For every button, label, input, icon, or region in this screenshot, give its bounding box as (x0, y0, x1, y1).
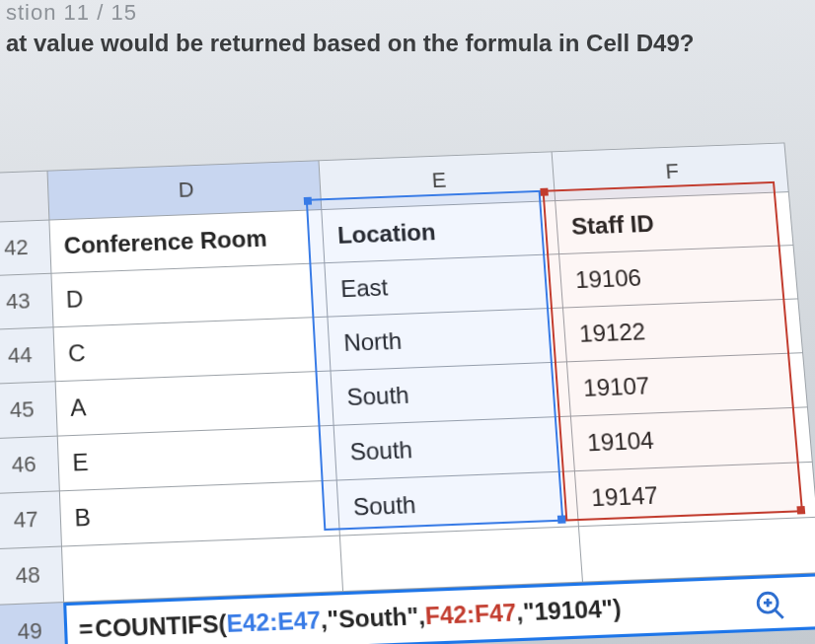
rownum-44[interactable]: 44 (0, 327, 55, 385)
formula-range-f: F42:F47 (424, 599, 517, 630)
rownum-42[interactable]: 42 (0, 220, 51, 276)
col-header-f[interactable]: F (552, 143, 788, 201)
formula: =COUNTIFS(E42:E47,"South",F42:F47,"19104… (78, 595, 622, 643)
question-counter: stion 11 / 15 (0, 0, 143, 26)
spreadsheet-table: D E F 42 Conference Room Location Staff … (0, 142, 815, 644)
formula-fn: COUNTIFS (95, 609, 219, 642)
rownum-49[interactable]: 49 (0, 603, 65, 644)
formula-eq: = (78, 614, 93, 643)
cell-f42[interactable]: Staff ID (556, 192, 793, 254)
rownum-48[interactable]: 48 (0, 546, 63, 605)
rownum-46[interactable]: 46 (0, 436, 59, 494)
cell-f47[interactable]: 19147 (575, 462, 815, 526)
cell-e48[interactable] (340, 527, 583, 592)
magnify-icon[interactable] (754, 589, 787, 622)
question-text: at value would be returned based on the … (0, 30, 700, 57)
cell-e46[interactable]: South (334, 416, 575, 480)
cell-f48[interactable] (579, 517, 815, 582)
formula-range-e: E42:E47 (226, 606, 322, 637)
formula-close: ) (612, 595, 622, 622)
cell-f44[interactable]: 19122 (563, 299, 803, 362)
rownum-47[interactable]: 47 (0, 491, 61, 549)
formula-crit2: "19104" (522, 595, 614, 625)
cell-e45[interactable]: South (331, 362, 570, 425)
rownum-45[interactable]: 45 (0, 382, 57, 439)
svg-line-1 (775, 609, 783, 618)
corner-cell (0, 171, 48, 223)
col-header-e[interactable]: E (319, 152, 556, 210)
cell-e44[interactable]: North (328, 308, 566, 371)
cell-f46[interactable]: 19104 (571, 407, 813, 471)
cell-f43[interactable]: 19106 (559, 246, 798, 308)
rownum-43[interactable]: 43 (0, 273, 53, 329)
spreadsheet: D E F 42 Conference Room Location Staff … (0, 142, 815, 644)
cell-e47[interactable]: South (337, 471, 579, 536)
cell-f45[interactable]: 19107 (567, 353, 808, 416)
formula-crit1: "South" (327, 603, 419, 634)
cell-e42[interactable]: Location (322, 201, 559, 263)
page-root: stion 11 / 15 at value would be returned… (0, 0, 815, 644)
cell-e43[interactable]: East (325, 254, 563, 318)
